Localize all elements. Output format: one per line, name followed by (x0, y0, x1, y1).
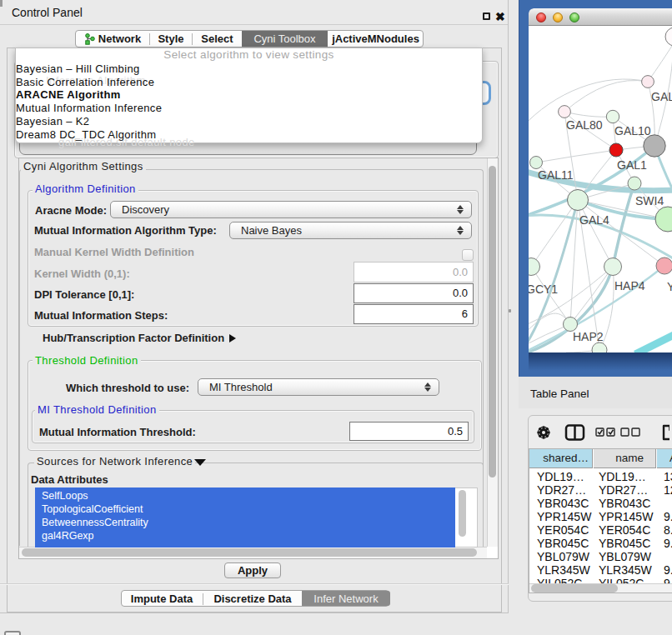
svg-text:GAL4: GAL4 (579, 213, 609, 227)
svg-text:GAL11: GAL11 (538, 168, 574, 182)
svg-text:SWI4: SWI4 (635, 194, 664, 208)
svg-text:GCY1: GCY1 (529, 282, 558, 296)
svg-text:GAL7: GAL7 (651, 90, 672, 103)
svg-text:GAL1: GAL1 (617, 158, 647, 172)
svg-text:HAP4: HAP4 (614, 279, 645, 292)
svg-text:HAP2: HAP2 (573, 330, 604, 343)
svg-text:Y: Y (667, 280, 672, 293)
svg-text:GAL80: GAL80 (566, 118, 603, 132)
svg-text:GAL10: GAL10 (614, 124, 651, 138)
